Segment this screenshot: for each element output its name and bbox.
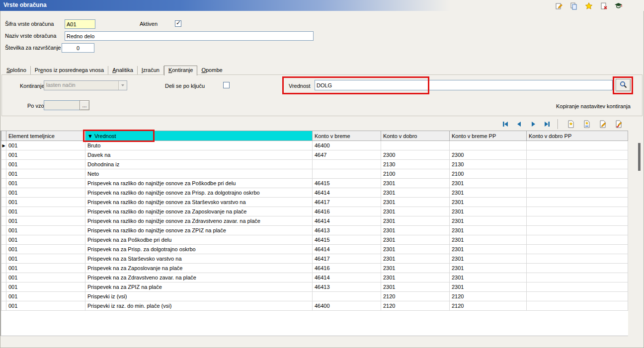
cell-konto-v-breme-pp[interactable]: 2301 bbox=[450, 235, 527, 245]
cell-konto-v-breme[interactable]: 46415 bbox=[313, 235, 381, 245]
table-row[interactable]: 001Prispevek na za Zaposlovanje na plače… bbox=[1, 264, 628, 273]
cell-konto-v-breme[interactable]: 46414 bbox=[313, 245, 381, 254]
cell-konto-v-dobro-pp[interactable] bbox=[527, 226, 628, 235]
cell-konto-v-breme-pp[interactable]: 2301 bbox=[450, 264, 527, 273]
table-row[interactable]: 001Prispevek na razliko do najnižje osno… bbox=[1, 198, 628, 207]
cell-vrednost[interactable]: Dohodnina iz bbox=[85, 160, 313, 169]
po-vzoru-input[interactable] bbox=[44, 100, 80, 110]
cell-konto-v-dobro[interactable]: 2301 bbox=[381, 198, 450, 207]
edit-record-button[interactable] bbox=[596, 119, 609, 130]
vrednost-search-input[interactable] bbox=[315, 80, 613, 90]
cell-konto-v-dobro[interactable]: 2300 bbox=[381, 150, 450, 160]
table-row[interactable]: 001Prispevek na za Starševsko varstvo na… bbox=[1, 254, 628, 264]
cell-konto-v-breme-pp[interactable]: 2130 bbox=[450, 160, 527, 169]
cell-konto-v-dobro[interactable]: 2301 bbox=[381, 235, 450, 245]
cell-konto-v-breme-pp[interactable]: 2301 bbox=[450, 216, 527, 226]
cell-konto-v-breme[interactable]: 46415 bbox=[313, 179, 381, 188]
tab-splosno[interactable]: Splošno bbox=[2, 66, 31, 74]
cell-vrednost[interactable]: Prispevek na razliko do najnižje osnove … bbox=[85, 188, 313, 198]
table-row[interactable]: 001Prispevek na razliko do najnižje osno… bbox=[1, 188, 628, 198]
tab-prenos-iz-posrednega-vnosa[interactable]: Prenos iz posrednega vnosa bbox=[31, 66, 108, 74]
cell-vrednost[interactable]: Prispevki iz raz. do min. plače (vsi) bbox=[85, 301, 313, 311]
cell-element-temeljnice[interactable]: 001 bbox=[6, 235, 85, 245]
cell-konto-v-breme-pp[interactable]: 2301 bbox=[450, 179, 527, 188]
cell-konto-v-dobro-pp[interactable] bbox=[527, 150, 628, 160]
help-cap-icon[interactable] bbox=[614, 1, 623, 10]
next-record-button[interactable] bbox=[527, 119, 540, 130]
cell-konto-v-breme[interactable]: 46400 bbox=[313, 141, 381, 150]
cell-element-temeljnice[interactable]: 001 bbox=[6, 292, 85, 301]
cell-konto-v-dobro[interactable] bbox=[381, 141, 450, 150]
cell-konto-v-dobro[interactable]: 2301 bbox=[381, 226, 450, 235]
column-header-element-temeljnice[interactable]: Element temeljnice bbox=[6, 131, 85, 141]
cell-konto-v-breme[interactable] bbox=[313, 169, 381, 179]
table-row[interactable]: ▶001Bruto46400 bbox=[1, 141, 628, 150]
cell-konto-v-dobro-pp[interactable] bbox=[527, 301, 628, 311]
cell-konto-v-dobro[interactable]: 2301 bbox=[381, 216, 450, 226]
cell-element-temeljnice[interactable]: 001 bbox=[6, 254, 85, 264]
tab-opombe[interactable]: Opombe bbox=[197, 66, 226, 74]
cell-konto-v-breme[interactable]: 4647 bbox=[313, 150, 381, 160]
tab-izracun[interactable]: Izračun bbox=[138, 66, 164, 74]
document-close-icon[interactable] bbox=[599, 1, 608, 10]
deli-se-checkbox[interactable] bbox=[223, 82, 230, 88]
cell-konto-v-breme[interactable]: 46417 bbox=[313, 254, 381, 264]
cell-konto-v-dobro-pp[interactable] bbox=[527, 235, 628, 245]
chevron-down-icon[interactable] bbox=[118, 81, 127, 90]
cell-vrednost[interactable]: Prispevek na za ZPIZ na plače bbox=[85, 282, 313, 292]
cell-konto-v-dobro[interactable]: 2301 bbox=[381, 179, 450, 188]
cell-konto-v-dobro-pp[interactable] bbox=[527, 198, 628, 207]
code-input[interactable] bbox=[65, 19, 95, 29]
cell-konto-v-dobro-pp[interactable] bbox=[527, 179, 628, 188]
tab-kontiranje[interactable]: Kontiranje bbox=[164, 66, 198, 75]
cell-element-temeljnice[interactable]: 001 bbox=[6, 188, 85, 198]
cell-element-temeljnice[interactable]: 001 bbox=[6, 245, 85, 254]
cell-konto-v-breme[interactable]: 46417 bbox=[313, 198, 381, 207]
cell-konto-v-dobro[interactable]: 2301 bbox=[381, 207, 450, 216]
sort-number-input[interactable] bbox=[62, 43, 94, 53]
cell-element-temeljnice[interactable]: 001 bbox=[6, 264, 85, 273]
cell-vrednost[interactable]: Prispevki iz (vsi) bbox=[85, 292, 313, 301]
table-row[interactable]: 001Dohodnina iz21302130 bbox=[1, 160, 628, 169]
cell-konto-v-breme-pp[interactable]: 2301 bbox=[450, 254, 527, 264]
cell-konto-v-breme-pp[interactable]: 2301 bbox=[450, 207, 527, 216]
cell-konto-v-breme-pp[interactable]: 2301 bbox=[450, 226, 527, 235]
cell-konto-v-breme-pp[interactable]: 2100 bbox=[450, 169, 527, 179]
insert-from-template-button[interactable] bbox=[580, 119, 593, 130]
cell-konto-v-dobro-pp[interactable] bbox=[527, 216, 628, 226]
table-row[interactable]: 001Prispevek na razliko do najnižje osno… bbox=[1, 179, 628, 188]
cell-element-temeljnice[interactable]: 001 bbox=[6, 141, 85, 150]
last-record-button[interactable] bbox=[541, 119, 554, 130]
edit-advanced-button[interactable] bbox=[612, 119, 625, 130]
cell-element-temeljnice[interactable]: 001 bbox=[6, 216, 85, 226]
cell-konto-v-dobro-pp[interactable] bbox=[527, 207, 628, 216]
cell-element-temeljnice[interactable]: 001 bbox=[6, 226, 85, 235]
cell-vrednost[interactable]: Prispevek na za Starševsko varstvo na bbox=[85, 254, 313, 264]
cell-konto-v-breme[interactable] bbox=[313, 160, 381, 169]
cell-konto-v-dobro[interactable]: 2120 bbox=[381, 301, 450, 311]
vertical-scrollbar-thumb[interactable] bbox=[638, 143, 641, 171]
cell-konto-v-dobro-pp[interactable] bbox=[527, 292, 628, 301]
active-checkbox[interactable] bbox=[175, 20, 181, 27]
cell-element-temeljnice[interactable]: 001 bbox=[6, 207, 85, 216]
cell-konto-v-breme-pp[interactable]: 2301 bbox=[450, 198, 527, 207]
cell-konto-v-breme-pp[interactable]: 2120 bbox=[450, 301, 527, 311]
table-row[interactable]: 001Neto21002100 bbox=[1, 169, 628, 179]
cell-konto-v-breme[interactable]: 46416 bbox=[313, 207, 381, 216]
cell-konto-v-breme-pp[interactable]: 2301 bbox=[450, 188, 527, 198]
table-row[interactable]: 001Davek na464723002300 bbox=[1, 150, 628, 160]
table-row[interactable]: 001Prispevek na za Poškodbe pri delu4641… bbox=[1, 235, 628, 245]
cell-konto-v-breme[interactable]: 46416 bbox=[313, 264, 381, 273]
cell-konto-v-dobro[interactable]: 2301 bbox=[381, 282, 450, 292]
cell-element-temeljnice[interactable]: 001 bbox=[6, 160, 85, 169]
prior-record-button[interactable] bbox=[513, 119, 526, 130]
cell-konto-v-dobro-pp[interactable] bbox=[527, 273, 628, 282]
cell-vrednost[interactable]: Prispevek na razliko do najnižje osnove … bbox=[85, 216, 313, 226]
tab-analitika[interactable]: Analitika bbox=[108, 66, 138, 74]
cell-element-temeljnice[interactable]: 001 bbox=[6, 273, 85, 282]
cell-konto-v-dobro[interactable]: 2301 bbox=[381, 188, 450, 198]
cell-vrednost[interactable]: Prispevek na za Zaposlovanje na plače bbox=[85, 264, 313, 273]
cell-konto-v-dobro-pp[interactable] bbox=[527, 254, 628, 264]
cell-element-temeljnice[interactable]: 001 bbox=[6, 169, 85, 179]
cell-vrednost[interactable]: Prispevek na za Zdravstveno zavar. na pl… bbox=[85, 273, 313, 282]
